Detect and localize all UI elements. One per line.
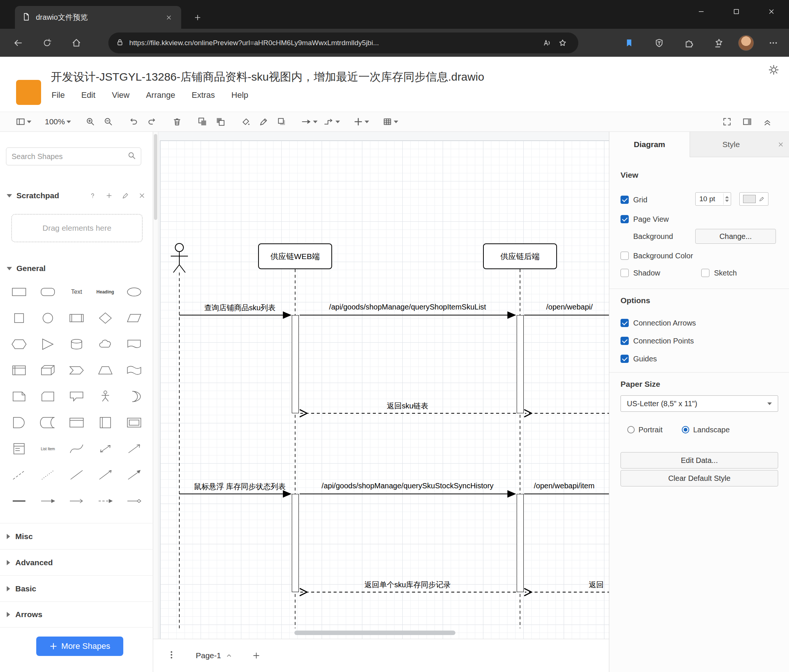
edit-data-button[interactable]: Edit Data...: [621, 452, 778, 468]
shape-bidirectional-arrow[interactable]: [91, 436, 119, 462]
shape-dotted-line[interactable]: [34, 462, 62, 487]
message-hover-stock-sync[interactable]: 鼠标悬浮 库存同步状态列表: [194, 482, 286, 492]
activation-bar-web-2[interactable]: [292, 494, 299, 592]
shape-data-storage[interactable]: [34, 410, 62, 435]
message-api-query-shop-item-sku-list[interactable]: /api/goods/shopManage/queryShopItemSkuLi…: [329, 303, 486, 311]
scratchpad-dropzone[interactable]: Drag elements here: [11, 214, 143, 242]
connection-points-checkbox[interactable]: [621, 337, 629, 345]
redo-button[interactable]: [144, 114, 159, 129]
favorite-star-icon[interactable]: [554, 35, 571, 50]
participant-backend[interactable]: 供应链后端: [483, 244, 557, 269]
message-query-sku-list[interactable]: 查询店铺商品sku列表: [204, 303, 275, 313]
collapse-toolbar-button[interactable]: [760, 114, 775, 129]
paper-size-select[interactable]: US-Letter (8,5" x 11"): [621, 395, 778, 412]
home-icon[interactable]: [66, 33, 87, 53]
settings-ellipsis-icon[interactable]: [763, 33, 784, 53]
message-api-query-sku-stock-sync-history[interactable]: /api/goods/shopManage/querySkuStockSyncH…: [322, 482, 494, 490]
shape-curve[interactable]: [63, 436, 91, 462]
shape-link[interactable]: [5, 488, 33, 514]
shape-document[interactable]: [120, 331, 148, 357]
shape-trapezoid[interactable]: [91, 358, 119, 383]
read-aloud-icon[interactable]: [538, 35, 554, 50]
menu-edit[interactable]: Edit: [81, 90, 95, 100]
url-text[interactable]: https://file.kkview.cn/onlinePreview?url…: [129, 39, 538, 47]
menu-view[interactable]: View: [112, 90, 129, 100]
message-return-partial[interactable]: 返回: [589, 580, 604, 590]
to-back-button[interactable]: [213, 114, 228, 129]
profile-avatar[interactable]: [738, 35, 754, 51]
diagram-canvas[interactable]: 供应链WEB端 供应链后端 查询店铺商品sku列表 /api/goods/sho…: [158, 132, 609, 672]
portrait-radio[interactable]: [627, 426, 635, 433]
shape-cloud[interactable]: [91, 331, 119, 357]
more-shapes-button[interactable]: More Shapes: [36, 637, 123, 656]
grid-size-stepper[interactable]: [723, 193, 730, 205]
misc-section-header[interactable]: Misc: [0, 523, 153, 549]
shape-search-box[interactable]: [6, 148, 141, 166]
undo-button[interactable]: [126, 114, 141, 129]
close-button[interactable]: [754, 0, 789, 23]
shape-and[interactable]: [5, 410, 33, 435]
change-background-button[interactable]: Change...: [695, 229, 776, 244]
address-bar[interactable]: https://file.kkview.cn/onlinePreview?url…: [109, 32, 578, 53]
shape-callout[interactable]: [63, 384, 91, 409]
zoom-in-button[interactable]: [83, 114, 98, 129]
shape-parallelogram[interactable]: [120, 306, 148, 331]
sidebar-scrollbar[interactable]: [153, 132, 158, 672]
tab-style[interactable]: Style: [690, 132, 772, 157]
scratchpad-close-icon[interactable]: [137, 191, 147, 200]
scratchpad-add-icon[interactable]: [105, 191, 113, 200]
zoom-out-button[interactable]: [101, 114, 116, 129]
scratchpad-help-icon[interactable]: [88, 191, 97, 200]
shape-step[interactable]: [63, 358, 91, 383]
guides-checkbox[interactable]: [621, 355, 629, 363]
menu-extras[interactable]: Extras: [192, 90, 215, 100]
shape-list-item[interactable]: List Item: [34, 436, 62, 462]
collections-icon[interactable]: [708, 33, 729, 53]
new-tab-button[interactable]: [191, 11, 204, 24]
clear-default-style-button[interactable]: Clear Default Style: [621, 470, 778, 486]
shape-frame[interactable]: [120, 410, 148, 435]
add-page-button[interactable]: [249, 648, 264, 663]
shape-text[interactable]: Text: [63, 279, 91, 305]
shadow-button[interactable]: [274, 114, 289, 129]
advanced-section-header[interactable]: Advanced: [0, 549, 153, 575]
line-color-button[interactable]: [256, 114, 271, 129]
tab-close-icon[interactable]: [163, 12, 174, 23]
shape-arrow-open[interactable]: [91, 462, 119, 487]
shape-process[interactable]: [63, 306, 91, 331]
participant-web[interactable]: 供应链WEB端: [258, 244, 332, 269]
grid-color-button[interactable]: [739, 192, 768, 206]
theme-toggle-sun-icon[interactable]: [768, 64, 779, 77]
shape-card[interactable]: [34, 384, 62, 409]
table-button[interactable]: [381, 114, 400, 129]
shape-open-arrow[interactable]: [63, 488, 91, 514]
shape-circle[interactable]: [34, 306, 62, 331]
shape-or[interactable]: [120, 384, 148, 409]
page-view-checkbox[interactable]: [621, 215, 629, 223]
shape-container[interactable]: [63, 410, 91, 435]
shape-line[interactable]: [63, 462, 91, 487]
arrows-section-header[interactable]: Arrows: [0, 602, 153, 627]
menu-file[interactable]: File: [51, 90, 65, 100]
shape-note[interactable]: [5, 384, 33, 409]
shield-extension-icon[interactable]: [648, 33, 669, 53]
activation-bar-backend-2[interactable]: [517, 494, 524, 592]
delete-button[interactable]: [169, 114, 185, 129]
browser-tab[interactable]: drawio文件预览: [15, 6, 181, 29]
fill-color-button[interactable]: [238, 114, 253, 129]
refresh-icon[interactable]: [37, 33, 57, 53]
menu-arrange[interactable]: Arrange: [146, 90, 175, 100]
shape-actor[interactable]: [91, 384, 119, 409]
page-tab[interactable]: Page-1: [189, 647, 239, 664]
fullscreen-button[interactable]: [720, 114, 735, 129]
shape-diamond[interactable]: [91, 306, 119, 331]
connection-arrows-checkbox[interactable]: [621, 319, 629, 327]
split-screen-icon[interactable]: [619, 33, 640, 53]
shape-dashed-line[interactable]: [5, 462, 33, 487]
message-return-sku-list[interactable]: 返回sku链表: [387, 401, 428, 411]
shape-triangle[interactable]: [34, 331, 62, 357]
shape-cylinder[interactable]: [63, 331, 91, 357]
pages-menu-icon[interactable]: [167, 650, 176, 661]
minimize-button[interactable]: [684, 0, 719, 23]
maximize-button[interactable]: [719, 0, 754, 23]
